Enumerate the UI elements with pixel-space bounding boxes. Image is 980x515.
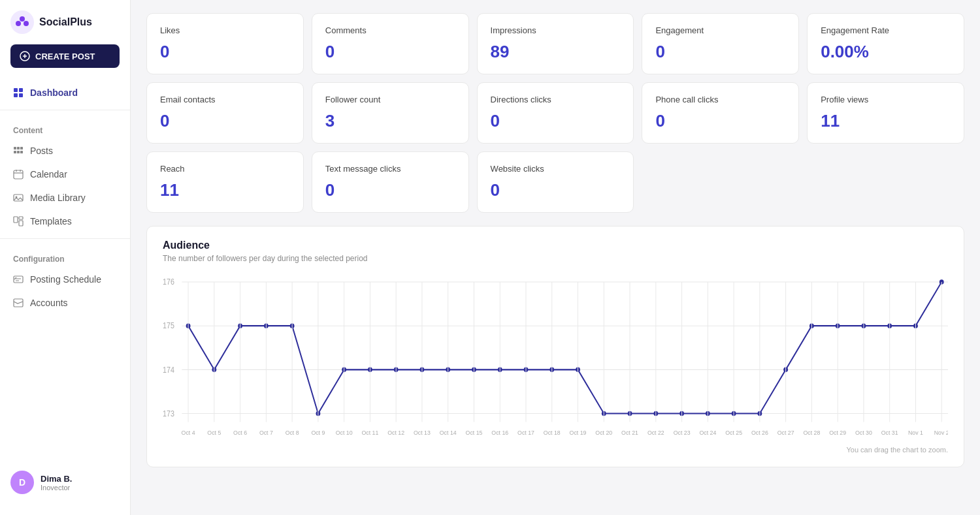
sidebar-item-dashboard[interactable]: Dashboard [0, 81, 130, 104]
chart-x-labels: Oct 4Oct 5Oct 6Oct 7Oct 8Oct 9Oct 10Oct … [182, 282, 948, 436]
stat-value-directions_clicks: 0 [491, 111, 621, 131]
chart-xlabel-6: Oct 10 [336, 429, 353, 437]
stat-label-email_contacts: Email contacts [160, 95, 290, 104]
chart-xlabel-21: Oct 25 [725, 429, 742, 437]
media-library-icon [13, 193, 24, 203]
chart-xlabel-13: Oct 17 [517, 429, 534, 437]
stat-card-engagement: Engagement 0 [642, 13, 799, 74]
stat-value-engagement: 0 [655, 42, 785, 62]
svg-rect-25 [19, 221, 23, 226]
sidebar-item-posting-schedule[interactable]: Posting Schedule [0, 268, 130, 291]
chart-xlabel-8: Oct 12 [387, 429, 404, 437]
y-label-176: 176 [163, 278, 174, 287]
chart-xlabel-29: Nov 2 [934, 429, 948, 437]
user-profile-area: D Dima B. Inovector [0, 460, 130, 505]
stat-card-engagement_rate: Engagement Rate 0.00% [807, 13, 964, 74]
stat-label-directions_clicks: Directions clicks [491, 95, 621, 104]
calendar-label: Calendar [30, 169, 67, 179]
svg-point-1 [16, 21, 21, 26]
brand-name: SocialPlus [39, 16, 92, 28]
sidebar-item-media-library[interactable]: Media Library [0, 186, 130, 210]
chart-xlabel-27: Oct 31 [881, 429, 898, 437]
media-library-label: Media Library [30, 193, 86, 203]
stat-card-directions_clicks: Directions clicks 0 [477, 82, 634, 144]
create-post-label: CREATE POST [35, 52, 95, 61]
sidebar-item-posts[interactable]: Posts [0, 139, 130, 163]
svg-point-2 [24, 21, 29, 26]
audience-title: Audience [163, 240, 948, 251]
stat-label-reach: Reach [160, 164, 290, 174]
sidebar-item-accounts[interactable]: Accounts [0, 291, 130, 315]
y-label-175: 175 [163, 322, 174, 330]
sidebar-divider-2 [0, 238, 130, 239]
logo-icon [10, 10, 34, 34]
chart-xlabel-0: Oct 4 [182, 429, 195, 437]
stat-card-empty1 [642, 151, 799, 213]
stats-row-1: Likes 0 Comments 0 Impressions 89 Engage… [146, 13, 964, 74]
chart-xlabel-17: Oct 21 [621, 429, 638, 437]
stat-label-text_message_clicks: Text message clicks [325, 164, 455, 174]
stat-card-reach: Reach 11 [146, 151, 304, 213]
stat-value-website_clicks: 0 [491, 180, 621, 200]
stat-value-comments: 0 [325, 42, 455, 62]
stat-label-website_clicks: Website clicks [491, 164, 621, 174]
svg-rect-9 [14, 93, 18, 97]
main-content: Likes 0 Comments 0 Impressions 89 Engage… [131, 0, 980, 515]
sidebar-item-templates[interactable]: Templates [0, 210, 130, 233]
chart-xlabel-14: Oct 18 [544, 429, 561, 437]
accounts-label: Accounts [30, 298, 68, 308]
chart-xlabel-11: Oct 15 [466, 429, 483, 437]
chart-xlabel-1: Oct 5 [207, 429, 221, 437]
svg-rect-7 [14, 88, 18, 92]
sidebar-item-calendar[interactable]: Calendar [0, 163, 130, 186]
stat-label-engagement: Engagement [655, 25, 785, 35]
svg-rect-11 [14, 147, 16, 149]
stat-card-empty2 [807, 151, 964, 213]
chart-xlabel-15: Oct 19 [570, 429, 587, 437]
chart-xlabel-22: Oct 26 [751, 429, 768, 437]
chart-xlabel-3: Oct 7 [259, 429, 273, 437]
stat-card-website_clicks: Website clicks 0 [477, 151, 634, 213]
chart-xlabel-9: Oct 13 [414, 429, 431, 437]
posts-icon [13, 146, 24, 156]
svg-rect-23 [14, 217, 18, 223]
svg-rect-17 [14, 170, 23, 179]
audience-chart[interactable]: 176 175 174 173 Oct 4Oct 5Oct 6Oct 7Oct … [163, 273, 948, 443]
svg-rect-15 [20, 147, 23, 149]
chart-xlabel-12: Oct 16 [491, 429, 508, 437]
stat-card-follower_count: Follower count 3 [312, 82, 469, 144]
chart-xlabel-18: Oct 22 [647, 429, 664, 437]
svg-rect-8 [19, 88, 23, 92]
chart-drag-note: You can drag the chart to zoom. [163, 446, 948, 454]
stat-value-email_contacts: 0 [160, 111, 290, 131]
stat-label-follower_count: Follower count [325, 95, 455, 104]
svg-point-0 [10, 10, 34, 34]
chart-xlabel-5: Oct 9 [311, 429, 325, 437]
create-post-button[interactable]: CREATE POST [10, 44, 120, 68]
stat-card-profile_views: Profile views 11 [807, 82, 964, 144]
sidebar-divider-1 [0, 110, 130, 110]
svg-rect-16 [20, 151, 23, 153]
svg-rect-10 [19, 93, 23, 97]
chart-xlabel-24: Oct 28 [803, 429, 820, 437]
stat-value-likes: 0 [160, 42, 290, 62]
stat-card-comments: Comments 0 [312, 13, 469, 74]
stat-value-phone_call_clicks: 0 [655, 111, 785, 131]
stat-value-impressions: 89 [491, 42, 621, 62]
chart-xlabel-23: Oct 27 [777, 429, 794, 437]
svg-rect-26 [14, 276, 23, 283]
chart-xlabel-19: Oct 23 [674, 429, 691, 437]
sidebar: SocialPlus CREATE POST Dashboard Content [0, 0, 131, 515]
accounts-icon [13, 298, 24, 308]
plus-circle-icon [20, 51, 30, 61]
user-info: Dima B. Inovector [41, 474, 72, 492]
stat-label-comments: Comments [325, 25, 455, 35]
posts-label: Posts [30, 146, 53, 156]
chart-xlabel-26: Oct 30 [855, 429, 872, 437]
templates-label: Templates [30, 216, 72, 226]
logo-area: SocialPlus [0, 10, 130, 44]
svg-rect-12 [14, 151, 16, 153]
config-section-label: Configuration [0, 244, 130, 268]
stat-label-profile_views: Profile views [821, 95, 951, 104]
chart-xlabel-10: Oct 14 [440, 429, 457, 437]
